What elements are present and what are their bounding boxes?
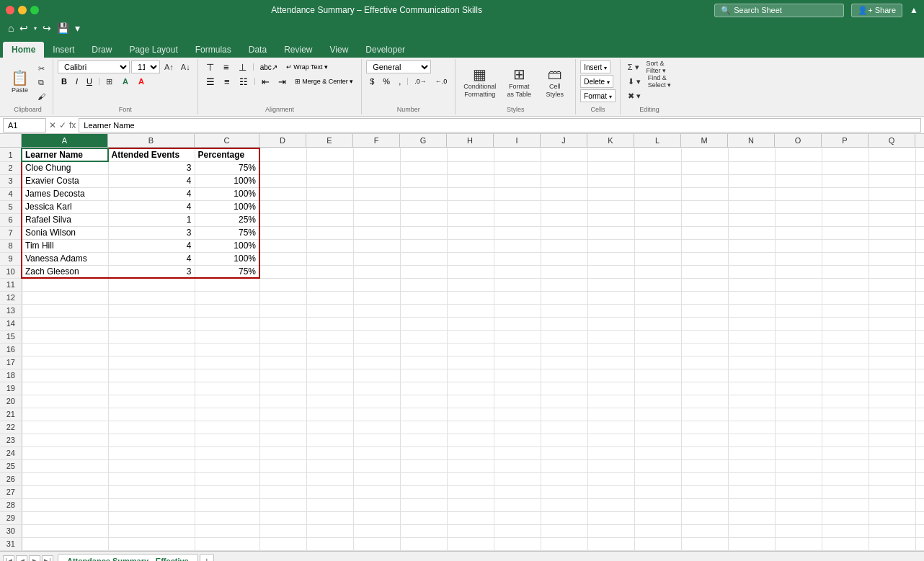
cell[interactable] [681,434,728,446]
cell[interactable] [587,356,634,369]
cell[interactable] [775,317,822,330]
cell[interactable] [195,291,259,304]
cell[interactable] [400,498,447,511]
cell[interactable] [634,524,681,537]
cell[interactable] [681,382,728,395]
fill-button[interactable]: ⬇ ▾ [625,75,644,88]
cell[interactable] [915,369,924,382]
col-header-l[interactable]: L [634,134,681,147]
cell[interactable] [869,356,915,369]
cell[interactable] [108,459,195,472]
cell[interactable] [447,537,494,550]
align-right-button[interactable]: ☷ [236,75,252,88]
row-number[interactable]: 26 [0,472,22,485]
cell[interactable] [634,317,681,330]
cell[interactable]: 100% [195,174,259,187]
tab-page-layout[interactable]: Page Layout [120,42,186,58]
grid-scroll[interactable]: 1Learner NameAttended EventsPercentage2C… [0,148,924,551]
cell[interactable] [634,187,681,200]
cell[interactable] [728,537,775,550]
cell[interactable] [634,498,681,511]
font-family-select[interactable]: Calibri [58,60,130,73]
cell[interactable] [869,537,915,550]
cell[interactable] [541,421,587,434]
col-header-n[interactable]: N [728,134,775,147]
row-number[interactable]: 30 [0,524,22,537]
cell[interactable]: 4 [108,239,195,252]
cell[interactable] [195,330,259,343]
cell[interactable] [587,239,634,252]
cell[interactable] [541,382,587,395]
cell[interactable] [728,278,775,291]
cell[interactable] [634,343,681,356]
cell[interactable] [541,459,587,472]
cell[interactable] [447,187,494,200]
cell[interactable] [587,511,634,524]
cell[interactable] [915,304,924,317]
cell[interactable] [681,356,728,369]
cell[interactable] [728,252,775,265]
cell[interactable] [195,459,259,472]
cell[interactable] [822,511,869,524]
cell[interactable] [541,291,587,304]
cell[interactable] [775,226,822,239]
cell[interactable] [259,369,306,382]
cell[interactable] [195,408,259,421]
cell[interactable] [541,498,587,511]
cell[interactable] [306,317,353,330]
nav-last-sheet[interactable]: ▶| [42,555,53,561]
cell[interactable] [447,304,494,317]
cell[interactable] [447,421,494,434]
cell[interactable] [447,278,494,291]
cell[interactable] [353,511,400,524]
cell[interactable]: Learner Name [22,148,108,161]
cell[interactable] [22,511,108,524]
cell[interactable] [400,148,447,161]
cell[interactable] [306,408,353,421]
decrease-decimal-button[interactable]: ←.0 [432,75,451,88]
cell[interactable] [915,408,924,421]
cell[interactable] [259,472,306,485]
cell[interactable] [108,278,195,291]
cell[interactable] [587,213,634,226]
cell[interactable] [195,304,259,317]
cell[interactable] [447,174,494,187]
cell[interactable] [728,498,775,511]
cell[interactable] [541,304,587,317]
cell[interactable] [869,459,915,472]
cell[interactable] [259,291,306,304]
cell[interactable] [306,304,353,317]
cell[interactable] [400,356,447,369]
cell[interactable] [587,472,634,485]
cell[interactable] [587,459,634,472]
cell[interactable] [108,304,195,317]
cell[interactable] [306,148,353,161]
cell[interactable] [353,459,400,472]
cell[interactable] [822,485,869,498]
cell[interactable] [494,485,541,498]
cell[interactable] [306,369,353,382]
row-number[interactable]: 21 [0,408,22,421]
cell[interactable] [681,472,728,485]
cell[interactable] [822,537,869,550]
cell[interactable] [447,524,494,537]
cell[interactable] [915,174,924,187]
tab-view[interactable]: View [321,42,357,58]
cell[interactable] [869,148,915,161]
cell[interactable] [447,395,494,408]
cell[interactable] [195,382,259,395]
cell[interactable] [108,498,195,511]
cell[interactable] [353,226,400,239]
cell[interactable] [447,330,494,343]
cell[interactable] [822,304,869,317]
cell[interactable] [22,304,108,317]
cell[interactable] [195,446,259,459]
cell[interactable] [541,252,587,265]
cell[interactable] [259,213,306,226]
cell[interactable] [494,459,541,472]
cell[interactable] [728,408,775,421]
cell[interactable] [400,537,447,550]
cell[interactable] [494,382,541,395]
delete-dropdown[interactable]: Delete ▾ [580,75,613,88]
cell[interactable] [728,330,775,343]
